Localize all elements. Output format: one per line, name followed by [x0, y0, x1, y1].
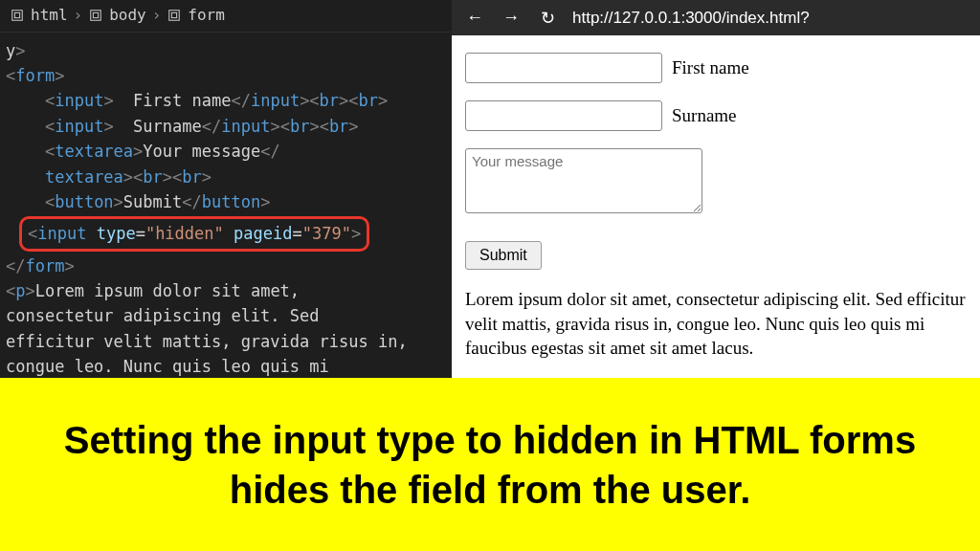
- surname-label: Surname: [672, 105, 737, 126]
- svg-rect-0: [12, 11, 23, 21]
- breadcrumb-item[interactable]: form: [188, 4, 225, 28]
- highlighted-code-line: <input type="hidden" pageid="379">: [19, 216, 369, 251]
- svg-rect-5: [172, 13, 177, 18]
- code-block[interactable]: y> <form> <input> First name</input><br>…: [0, 33, 452, 378]
- chevron-right-icon: ›: [74, 4, 83, 28]
- chevron-right-icon: ›: [152, 4, 162, 28]
- message-textarea[interactable]: [465, 148, 702, 213]
- rendered-page: First name Surname Submit Lorem ipsum do…: [452, 35, 980, 378]
- svg-rect-4: [169, 11, 180, 21]
- structure-icon: [10, 8, 25, 23]
- structure-icon: [88, 8, 103, 23]
- code-editor-panel: html › body › form y> <form> <input> Fir…: [0, 0, 452, 378]
- browser-preview-panel: ← → ↻ http://127.0.0.1:3000/index.html? …: [452, 0, 980, 378]
- surname-input[interactable]: [465, 100, 662, 131]
- caption-banner: Setting the input type to hidden in HTML…: [0, 378, 980, 551]
- reload-button[interactable]: ↻: [536, 7, 559, 30]
- address-bar[interactable]: http://127.0.0.1:3000/index.html?: [572, 9, 810, 28]
- breadcrumb: html › body › form: [0, 0, 452, 33]
- paragraph-text: Lorem ipsum dolor sit amet, consectetur …: [465, 287, 967, 361]
- forward-button[interactable]: →: [500, 7, 523, 30]
- breadcrumb-item[interactable]: html: [31, 4, 68, 28]
- caption-text: Setting the input type to hidden in HTML…: [29, 415, 951, 515]
- first-name-label: First name: [672, 57, 749, 78]
- breadcrumb-item[interactable]: body: [109, 4, 146, 28]
- svg-rect-3: [94, 13, 99, 18]
- svg-rect-1: [14, 13, 19, 18]
- browser-toolbar: ← → ↻ http://127.0.0.1:3000/index.html?: [452, 0, 980, 35]
- svg-rect-2: [91, 11, 101, 21]
- first-name-input[interactable]: [465, 53, 662, 83]
- back-button[interactable]: ←: [463, 7, 486, 30]
- submit-button[interactable]: Submit: [465, 241, 542, 270]
- structure-icon: [167, 8, 182, 23]
